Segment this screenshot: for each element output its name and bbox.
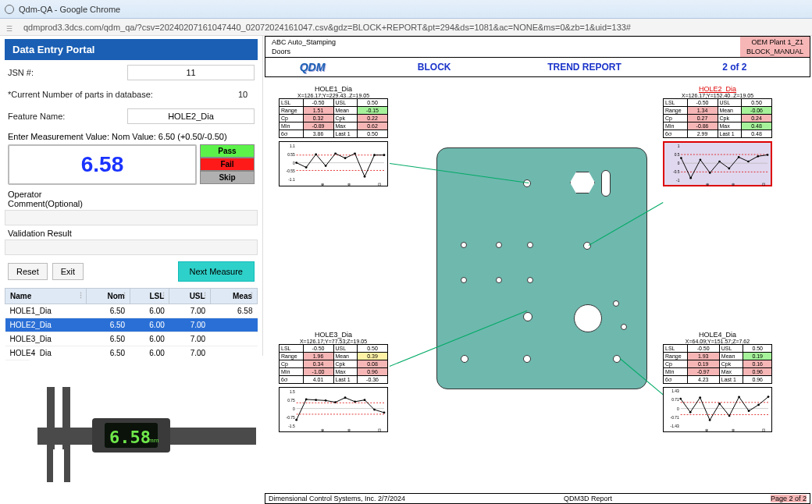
table-header[interactable]: Name	[5, 289, 87, 304]
svg-rect-86	[62, 387, 70, 449]
table-header[interactable]: USL	[169, 289, 210, 304]
jsn-label: JSN #:	[8, 68, 127, 77]
plate-large-hole	[574, 304, 602, 332]
fail-button[interactable]: Fail	[200, 158, 255, 171]
report-head-left2: Doors	[269, 47, 737, 56]
svg-text:1.1: 1.1	[290, 144, 295, 148]
svg-text:1.5: 1.5	[290, 390, 295, 394]
svg-text:⊕: ⊕	[706, 183, 709, 186]
portal-header: Data Entry Portal	[5, 39, 258, 60]
svg-point-49	[334, 401, 337, 403]
site-settings-icon[interactable]	[6, 23, 17, 31]
svg-point-74	[757, 404, 760, 406]
svg-text:-0.55: -0.55	[287, 169, 295, 173]
svg-text:0.71: 0.71	[671, 398, 679, 402]
svg-text:1.43: 1.43	[671, 389, 679, 393]
mini-chart: 1.10.550-0.55-1.1⊕⊗⊡	[279, 141, 388, 186]
tab-trend[interactable]: TREND REPORT	[509, 62, 659, 73]
svg-point-32	[757, 155, 759, 158]
tab-block[interactable]: BLOCK	[359, 62, 509, 73]
next-measure-button[interactable]: Next Measure	[178, 261, 255, 282]
feature-label: Feature Name:	[8, 112, 127, 121]
svg-text:⊕: ⊕	[321, 428, 324, 432]
part-plate	[436, 147, 647, 389]
jsn-input[interactable]	[127, 65, 255, 80]
svg-text:0.75: 0.75	[287, 399, 295, 403]
plate-hole	[527, 277, 533, 283]
plate-hole	[523, 179, 531, 187]
url-bar[interactable]: qdmprod3.3dcs.com/qdm_qa/?csv=2024020716…	[0, 19, 812, 36]
svg-point-73	[748, 410, 750, 412]
svg-text:-0.71: -0.71	[671, 416, 679, 420]
feature-input[interactable]	[127, 108, 255, 124]
svg-text:⊗: ⊗	[347, 183, 351, 186]
svg-point-30	[738, 156, 740, 158]
table-row[interactable]: HOLE2_Dia6.506.007.00	[5, 318, 258, 332]
report-head-right2: BLOCK_MANUAL	[743, 47, 807, 56]
svg-point-4	[305, 166, 308, 169]
svg-point-11	[373, 154, 376, 156]
svg-text:0: 0	[293, 407, 295, 411]
svg-point-29	[728, 168, 731, 170]
svg-point-53	[373, 409, 376, 411]
mini-hole3: HOLE3_DiaX=126.17;Y=77.53;Z=19.05LSL-0.5…	[279, 331, 388, 432]
svg-text:⊡: ⊡	[762, 428, 765, 432]
mini-chart: 1.50.750-0.75-1.5⊕⊗⊡	[279, 387, 388, 432]
table-header[interactable]: LSL	[130, 289, 169, 304]
db-count-value: 10	[231, 90, 255, 99]
svg-point-3	[295, 161, 297, 164]
svg-point-68	[699, 396, 701, 399]
page-indicator: 2 of 2	[660, 62, 810, 73]
table-row[interactable]: HOLE3_Dia6.506.007.00	[5, 332, 258, 346]
exit-button[interactable]: Exit	[52, 263, 84, 280]
plate-hole	[496, 242, 502, 248]
mini-hole2: HOLE2_DiaX=126.17;Y=152.40..Z=19.05LSL-0…	[663, 85, 772, 186]
plate-hole	[523, 355, 531, 363]
footer-left: Dimensional Control Systems, Inc. 2/7/20…	[269, 495, 405, 502]
caliper-unit: mm	[148, 437, 158, 444]
svg-point-33	[767, 154, 769, 156]
svg-point-52	[364, 399, 366, 401]
features-table[interactable]: NameNomLSLUSLMeas HOLE1_Dia6.506.007.006…	[5, 288, 258, 360]
svg-point-10	[364, 176, 366, 178]
svg-rect-87	[47, 445, 53, 482]
plate-hole	[461, 355, 468, 363]
table-header[interactable]: Nom	[86, 289, 130, 304]
svg-point-48	[325, 399, 327, 402]
mini-chart: 10.50-0.5-1⊕⊗⊡	[663, 141, 772, 186]
plate-hole	[613, 300, 619, 307]
svg-text:-0.5: -0.5	[673, 170, 680, 174]
svg-text:1: 1	[678, 144, 680, 148]
svg-text:⊗: ⊗	[732, 428, 735, 432]
mini-hole4: HOLE4_DiaX=64.09;Y=151.57;Z=7.62LSL-0.50…	[663, 331, 772, 432]
svg-point-72	[738, 396, 740, 398]
svg-text:-0.75: -0.75	[287, 416, 295, 420]
pass-button[interactable]: Pass	[200, 144, 255, 158]
svg-point-25	[689, 177, 692, 179]
slot-hole	[601, 170, 611, 197]
globe-icon	[5, 5, 14, 14]
svg-text:0: 0	[677, 407, 679, 411]
svg-text:⊡: ⊡	[378, 183, 381, 186]
svg-point-69	[709, 419, 711, 421]
svg-text:-1.1: -1.1	[288, 178, 295, 182]
svg-text:0.55: 0.55	[287, 153, 295, 157]
operator-comment-input[interactable]	[5, 210, 258, 225]
svg-text:-1.5: -1.5	[288, 424, 295, 428]
svg-rect-85	[47, 387, 55, 449]
footer-right: Page 2 of 2	[771, 495, 807, 502]
mini-hole1: HOLE1_DiaX=126.17;Y=229.43..Z=19.05LSL-0…	[279, 85, 388, 186]
svg-point-67	[689, 411, 692, 413]
measurement-display[interactable]: 6.58	[8, 144, 197, 185]
table-row[interactable]: HOLE1_Dia6.506.007.006.58	[5, 304, 258, 318]
plate-hole	[461, 277, 467, 283]
svg-point-5	[315, 153, 317, 155]
browser-tab-bar: Qdm-QA - Google Chrome	[0, 0, 812, 19]
svg-point-28	[718, 161, 721, 163]
skip-button[interactable]: Skip	[200, 171, 255, 184]
table-header[interactable]: Meas	[210, 289, 257, 304]
reset-button[interactable]: Reset	[8, 263, 48, 280]
svg-point-12	[383, 154, 386, 156]
operator-label-2: Comment(Optional)	[5, 199, 258, 208]
mini-chart: 1.430.710-0.71-1.43⊕⊗⊡	[663, 387, 772, 432]
